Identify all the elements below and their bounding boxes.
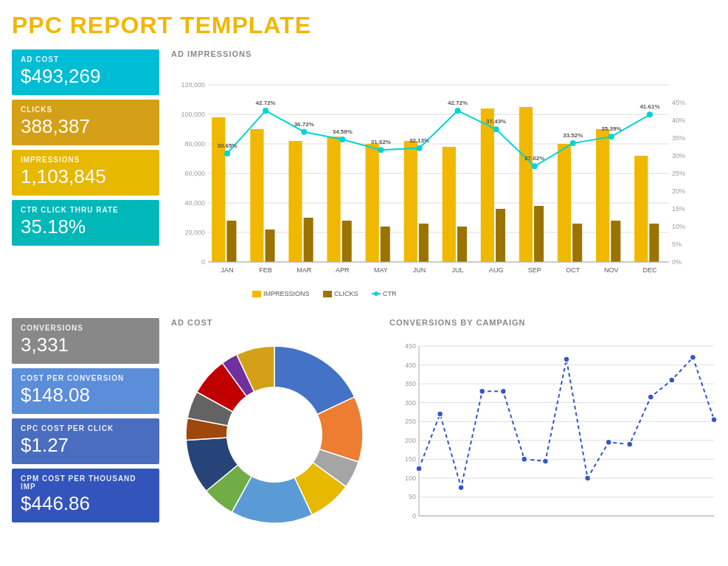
line-chart-title: CONVERSIONS BY CAMPAIGN [389,318,728,327]
kpi-label: CPC COST PER CLICK [21,424,150,432]
kpi-card: CPM COST PER THOUSAND IMP$446.86 [12,469,159,522]
kpi-card: IMPRESSIONS1,103,845 [12,150,159,196]
kpi-card: CPC COST PER CLICK$1.27 [12,418,159,464]
kpi-value: 35.18% [21,215,150,238]
kpi-label: CLICKS [21,106,150,114]
kpi-label: CPM COST PER THOUSAND IMP [21,474,150,491]
kpi-label: AD COST [21,55,150,63]
donut-chart-area: AD COST [171,318,378,538]
kpi-card: COST PER CONVERSION$148.08 [12,368,159,414]
kpi-label: CTR CLICK THRU RATE [21,206,150,214]
bar-chart-title: AD IMPRESSIONS [171,49,716,58]
kpi-label: COST PER CONVERSION [21,374,150,382]
bar-chart-area: AD IMPRESSIONS [171,49,716,306]
kpi-card: AD COST$493,269 [12,49,159,95]
kpi-label: IMPRESSIONS [21,156,150,164]
kpi-label: CONVERSIONS [21,324,150,332]
kpi-value: 388,387 [21,115,150,138]
donut-chart-title: AD COST [171,318,378,327]
kpi-value: $446.86 [21,492,150,515]
kpi-value: 1,103,845 [21,165,150,188]
page-title: PPC REPORT TEMPLATE [12,12,716,39]
kpi-value: $1.27 [21,434,150,457]
kpi-value: $493,269 [21,65,150,88]
kpi-top-column: AD COST$493,269CLICKS388,387IMPRESSIONS1… [12,49,159,306]
kpi-value: 3,331 [21,334,150,356]
kpi-card: CONVERSIONS3,331 [12,318,159,364]
kpi-card: CLICKS388,387 [12,100,159,145]
kpi-bottom-column: CONVERSIONS3,331COST PER CONVERSION$148.… [12,318,159,538]
kpi-card: CTR CLICK THRU RATE35.18% [12,200,159,246]
kpi-value: $148.08 [21,384,150,407]
line-chart-area: CONVERSIONS BY CAMPAIGN [389,318,728,538]
